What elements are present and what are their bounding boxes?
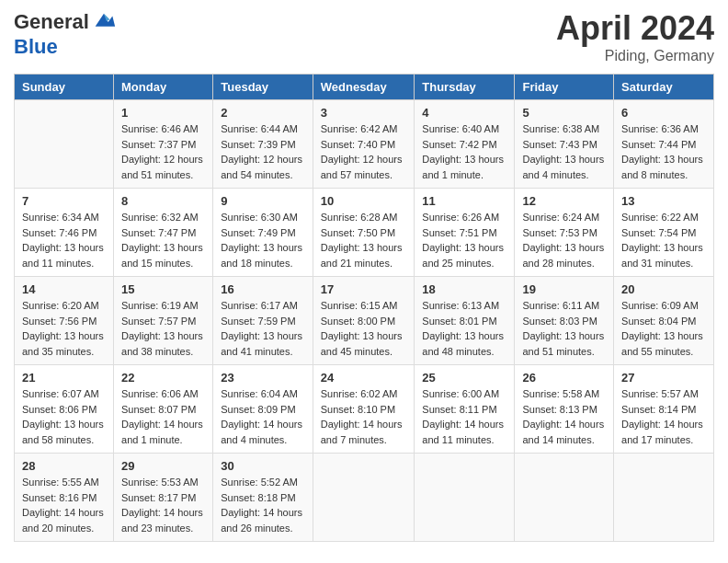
sunset-text: Sunset: 8:17 PM [121, 492, 196, 503]
sunset-text: Sunset: 8:00 PM [321, 316, 395, 327]
table-row [415, 454, 515, 542]
daylight-text: Daylight: 12 hours and 51 minutes. [121, 154, 203, 180]
sunset-text: Sunset: 7:49 PM [221, 227, 295, 238]
day-info: Sunrise: 6:19 AM Sunset: 7:57 PM Dayligh… [121, 298, 205, 359]
day-number: 6 [621, 106, 706, 120]
sunrise-text: Sunrise: 6:19 AM [121, 300, 199, 311]
daylight-text: Daylight: 13 hours and 21 minutes. [321, 242, 403, 269]
day-number: 9 [221, 194, 305, 208]
sunset-text: Sunset: 7:44 PM [621, 139, 696, 150]
daylight-text: Daylight: 14 hours and 17 minutes. [621, 419, 703, 445]
table-row: 23 Sunrise: 6:04 AM Sunset: 8:09 PM Dayl… [213, 365, 313, 454]
sunrise-text: Sunrise: 6:11 AM [522, 300, 599, 311]
daylight-text: Daylight: 13 hours and 35 minutes. [22, 330, 104, 357]
daylight-text: Daylight: 12 hours and 54 minutes. [221, 154, 302, 180]
sunset-text: Sunset: 7:46 PM [22, 227, 97, 238]
daylight-text: Daylight: 13 hours and 45 minutes. [321, 330, 403, 357]
day-info: Sunrise: 6:28 AM Sunset: 7:50 PM Dayligh… [321, 210, 407, 270]
sunset-text: Sunset: 8:03 PM [522, 316, 597, 327]
day-info: Sunrise: 6:32 AM Sunset: 7:47 PM Dayligh… [121, 210, 205, 270]
logo-bird-icon [91, 9, 117, 35]
daylight-text: Daylight: 12 hours and 57 minutes. [321, 154, 403, 180]
table-row: 29 Sunrise: 5:53 AM Sunset: 8:17 PM Dayl… [114, 454, 213, 542]
table-row: 3 Sunrise: 6:42 AM Sunset: 7:40 PM Dayli… [313, 100, 415, 189]
sunset-text: Sunset: 7:42 PM [422, 139, 496, 150]
table-row [313, 454, 415, 542]
day-number: 21 [22, 371, 106, 385]
sunrise-text: Sunrise: 6:28 AM [321, 212, 398, 223]
sunrise-text: Sunrise: 6:40 AM [422, 123, 499, 134]
day-info: Sunrise: 6:30 AM Sunset: 7:49 PM Dayligh… [221, 210, 305, 270]
sunrise-text: Sunrise: 6:22 AM [621, 212, 699, 223]
sunrise-text: Sunrise: 6:04 AM [221, 388, 298, 399]
day-info: Sunrise: 6:07 AM Sunset: 8:06 PM Dayligh… [22, 386, 106, 447]
calendar-week-row: 14 Sunrise: 6:20 AM Sunset: 7:56 PM Dayl… [15, 277, 714, 365]
sunrise-text: Sunrise: 6:24 AM [522, 212, 599, 223]
day-info: Sunrise: 6:44 AM Sunset: 7:39 PM Dayligh… [221, 121, 305, 182]
table-row: 12 Sunrise: 6:24 AM Sunset: 7:53 PM Dayl… [515, 189, 614, 277]
daylight-text: Daylight: 13 hours and 25 minutes. [422, 242, 504, 269]
sunset-text: Sunset: 8:18 PM [221, 492, 295, 503]
sunrise-text: Sunrise: 6:00 AM [422, 388, 499, 399]
day-info: Sunrise: 6:04 AM Sunset: 8:09 PM Dayligh… [221, 386, 305, 447]
day-info: Sunrise: 5:55 AM Sunset: 8:16 PM Dayligh… [22, 475, 106, 535]
calendar-week-row: 1 Sunrise: 6:46 AM Sunset: 7:37 PM Dayli… [15, 100, 714, 189]
sunset-text: Sunset: 8:10 PM [321, 404, 395, 415]
day-number: 13 [621, 194, 706, 208]
day-number: 24 [321, 371, 407, 385]
table-row: 13 Sunrise: 6:22 AM Sunset: 7:54 PM Dayl… [614, 189, 714, 277]
sunrise-text: Sunrise: 5:52 AM [221, 477, 298, 488]
daylight-text: Daylight: 13 hours and 1 minute. [422, 154, 504, 180]
daylight-text: Daylight: 13 hours and 28 minutes. [522, 242, 604, 269]
sunrise-text: Sunrise: 5:58 AM [522, 388, 599, 399]
sunset-text: Sunset: 8:07 PM [121, 404, 196, 415]
day-number: 28 [22, 459, 106, 473]
sunset-text: Sunset: 8:13 PM [522, 404, 597, 415]
table-row: 10 Sunrise: 6:28 AM Sunset: 7:50 PM Dayl… [313, 189, 415, 277]
calendar-week-row: 21 Sunrise: 6:07 AM Sunset: 8:06 PM Dayl… [15, 365, 714, 454]
day-info: Sunrise: 6:17 AM Sunset: 7:59 PM Dayligh… [221, 298, 305, 359]
day-info: Sunrise: 5:52 AM Sunset: 8:18 PM Dayligh… [221, 475, 305, 535]
sunrise-text: Sunrise: 6:02 AM [321, 388, 398, 399]
day-info: Sunrise: 6:22 AM Sunset: 7:54 PM Dayligh… [621, 210, 706, 270]
sunset-text: Sunset: 8:01 PM [422, 316, 496, 327]
daylight-text: Daylight: 13 hours and 55 minutes. [621, 330, 703, 357]
month-title: April 2024 [556, 9, 714, 48]
day-info: Sunrise: 6:34 AM Sunset: 7:46 PM Dayligh… [22, 210, 106, 270]
day-info: Sunrise: 6:46 AM Sunset: 7:37 PM Dayligh… [121, 121, 205, 182]
title-area: April 2024 Piding, Germany [556, 9, 714, 64]
day-info: Sunrise: 6:13 AM Sunset: 8:01 PM Dayligh… [422, 298, 506, 359]
table-row: 18 Sunrise: 6:13 AM Sunset: 8:01 PM Dayl… [415, 277, 515, 365]
sunset-text: Sunset: 7:43 PM [522, 139, 597, 150]
day-number: 22 [121, 371, 205, 385]
table-row: 28 Sunrise: 5:55 AM Sunset: 8:16 PM Dayl… [15, 454, 114, 542]
table-row: 16 Sunrise: 6:17 AM Sunset: 7:59 PM Dayl… [213, 277, 313, 365]
header-saturday: Saturday [614, 75, 714, 100]
table-row: 8 Sunrise: 6:32 AM Sunset: 7:47 PM Dayli… [114, 189, 213, 277]
table-row: 17 Sunrise: 6:15 AM Sunset: 8:00 PM Dayl… [313, 277, 415, 365]
table-row: 30 Sunrise: 5:52 AM Sunset: 8:18 PM Dayl… [213, 454, 313, 542]
day-info: Sunrise: 6:36 AM Sunset: 7:44 PM Dayligh… [621, 121, 706, 182]
sunrise-text: Sunrise: 6:30 AM [221, 212, 298, 223]
sunrise-text: Sunrise: 6:20 AM [22, 300, 99, 311]
table-row: 5 Sunrise: 6:38 AM Sunset: 7:43 PM Dayli… [515, 100, 614, 189]
day-info: Sunrise: 6:42 AM Sunset: 7:40 PM Dayligh… [321, 121, 407, 182]
day-info: Sunrise: 6:06 AM Sunset: 8:07 PM Dayligh… [121, 386, 205, 447]
daylight-text: Daylight: 13 hours and 41 minutes. [221, 330, 302, 357]
sunset-text: Sunset: 8:04 PM [621, 316, 696, 327]
sunset-text: Sunset: 7:53 PM [522, 227, 597, 238]
sunset-text: Sunset: 7:37 PM [121, 139, 196, 150]
daylight-text: Daylight: 13 hours and 11 minutes. [22, 242, 104, 269]
daylight-text: Daylight: 13 hours and 58 minutes. [22, 419, 104, 445]
table-row: 21 Sunrise: 6:07 AM Sunset: 8:06 PM Dayl… [15, 365, 114, 454]
sunrise-text: Sunrise: 6:44 AM [221, 123, 298, 134]
daylight-text: Daylight: 13 hours and 15 minutes. [121, 242, 203, 269]
day-info: Sunrise: 6:20 AM Sunset: 7:56 PM Dayligh… [22, 298, 106, 359]
table-row: 22 Sunrise: 6:06 AM Sunset: 8:07 PM Dayl… [114, 365, 213, 454]
day-number: 16 [221, 282, 305, 296]
calendar-week-row: 28 Sunrise: 5:55 AM Sunset: 8:16 PM Dayl… [15, 454, 714, 542]
daylight-text: Daylight: 13 hours and 4 minutes. [522, 154, 604, 180]
table-row: 27 Sunrise: 5:57 AM Sunset: 8:14 PM Dayl… [614, 365, 714, 454]
day-info: Sunrise: 5:53 AM Sunset: 8:17 PM Dayligh… [121, 475, 205, 535]
day-number: 7 [22, 194, 106, 208]
